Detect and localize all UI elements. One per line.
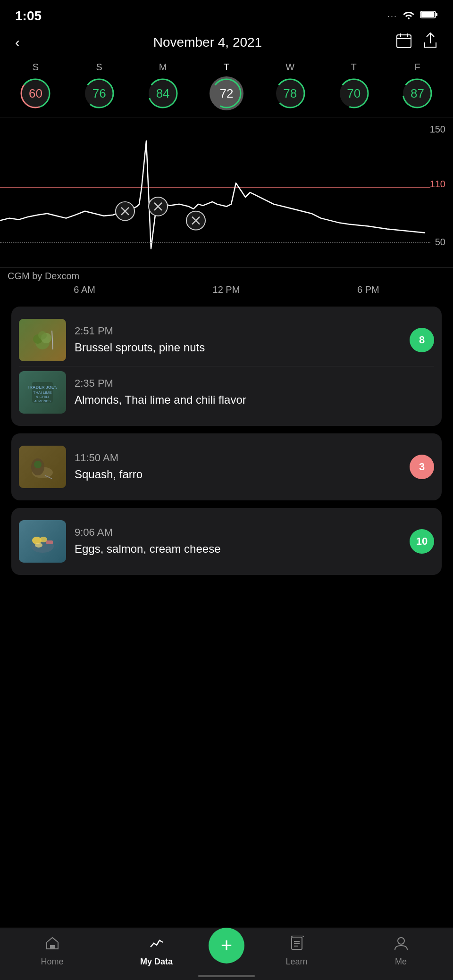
back-button[interactable]: ‹	[15, 34, 20, 50]
chart-time-6am: 6 AM	[74, 284, 95, 295]
meal-name-eggs: Eggs, salmon, cream cheese	[75, 541, 401, 556]
share-icon[interactable]	[423, 32, 438, 52]
meal-name-squash: Squash, farro	[75, 467, 401, 482]
meals-section: 2:51 PM Brussel sprouts, pine nuts 8 TRA…	[0, 297, 453, 584]
status-bar: 1:05 ···	[0, 0, 453, 27]
learn-icon	[289, 936, 304, 954]
header-title: November 4, 2021	[153, 35, 262, 50]
bottom-nav: Home My Data + Learn	[0, 928, 453, 980]
meal-score-eggs: 10	[410, 529, 434, 554]
svg-text:THAI LIME: THAI LIME	[33, 390, 51, 395]
svg-point-43	[34, 461, 42, 468]
nav-label-home: Home	[41, 957, 63, 967]
meal-score-brussel: 8	[410, 328, 434, 352]
day-item-tue-selected[interactable]: T 72	[210, 62, 243, 110]
nav-item-add[interactable]: +	[209, 939, 244, 963]
svg-point-49	[35, 543, 42, 548]
status-time: 1:05	[15, 8, 42, 24]
signal-dots-icon: ···	[387, 11, 397, 21]
home-icon	[45, 936, 60, 954]
chart-label-50: 50	[435, 237, 445, 248]
nav-item-me[interactable]: Me	[349, 936, 453, 967]
svg-rect-50	[50, 945, 55, 949]
chart-label-150: 150	[430, 124, 445, 135]
meal-card-1: 2:51 PM Brussel sprouts, pine nuts 8 TRA…	[11, 307, 442, 426]
me-icon	[394, 936, 409, 954]
wifi-icon	[402, 10, 415, 22]
mydata-icon	[149, 936, 164, 954]
day-item-sun1[interactable]: S 60	[18, 62, 52, 110]
meal-item-squash[interactable]: 11:50 AM Squash, farro 3	[19, 441, 434, 493]
svg-point-34	[38, 331, 47, 340]
svg-text:ALMONDS: ALMONDS	[34, 399, 51, 403]
chart-bottom-dotted-line	[0, 242, 430, 243]
meal-score-squash: 3	[410, 455, 434, 479]
chart-label-110: 110	[430, 179, 445, 190]
glucose-chart: 150 110 50	[0, 117, 453, 268]
header: ‹ November 4, 2021	[0, 27, 453, 59]
meal-image-eggs	[19, 520, 66, 563]
meal-info-squash: 11:50 AM Squash, farro	[75, 452, 401, 482]
day-item-wed[interactable]: W 78	[273, 62, 307, 110]
add-button[interactable]: +	[209, 928, 244, 963]
day-item-thu[interactable]: T 70	[337, 62, 371, 110]
meal-time-almonds: 2:35 PM	[75, 377, 434, 390]
nav-label-mydata: My Data	[140, 957, 173, 967]
meal-time-eggs: 9:06 AM	[75, 526, 401, 539]
svg-text:& CHILI: & CHILI	[36, 395, 49, 399]
meal-image-brussel	[19, 319, 66, 361]
nav-label-me: Me	[395, 957, 407, 967]
chart-time-6pm: 6 PM	[357, 284, 379, 295]
chart-times: 6 AM 12 PM 6 PM	[0, 282, 453, 297]
day-item-mon[interactable]: M 84	[146, 62, 180, 110]
meal-card-3: 9:06 AM Eggs, salmon, cream cheese 10	[11, 508, 442, 575]
svg-line-35	[52, 331, 53, 349]
home-indicator	[198, 975, 255, 977]
day-item-fri[interactable]: F 87	[400, 62, 434, 110]
calendar-icon[interactable]	[395, 32, 412, 52]
meal-time-brussel: 2:51 PM	[75, 325, 401, 337]
status-icons: ···	[387, 10, 438, 22]
meal-info-eggs: 9:06 AM Eggs, salmon, cream cheese	[75, 526, 401, 556]
meal-item-almonds[interactable]: TRADER JOE'S THAI LIME & CHILI ALMONDS 2…	[19, 366, 434, 418]
svg-rect-3	[397, 35, 411, 48]
meal-card-2: 11:50 AM Squash, farro 3	[11, 433, 442, 500]
svg-point-55	[398, 938, 404, 944]
week-strip: S 60 S 76 M 84 T 72 W 78 T	[0, 59, 453, 117]
meal-name-brussel: Brussel sprouts, pine nuts	[75, 340, 401, 355]
svg-text:TRADER JOE'S: TRADER JOE'S	[28, 385, 57, 390]
meal-image-almonds: TRADER JOE'S THAI LIME & CHILI ALMONDS	[19, 371, 66, 414]
nav-item-mydata[interactable]: My Data	[104, 936, 209, 967]
nav-label-learn: Learn	[285, 957, 307, 967]
nav-item-home[interactable]: Home	[0, 936, 104, 967]
meal-item-brussel[interactable]: 2:51 PM Brussel sprouts, pine nuts 8	[19, 314, 434, 366]
day-item-sun2[interactable]: S 76	[82, 62, 116, 110]
header-actions	[395, 32, 438, 52]
meal-info-brussel: 2:51 PM Brussel sprouts, pine nuts	[75, 325, 401, 355]
chart-time-12pm: 12 PM	[213, 284, 240, 295]
svg-rect-48	[46, 540, 53, 544]
chart-line-svg	[0, 117, 430, 267]
svg-point-47	[40, 537, 47, 542]
svg-rect-2	[421, 12, 435, 17]
cgm-label: CGM by Dexcom	[0, 268, 453, 282]
nav-item-learn[interactable]: Learn	[244, 936, 349, 967]
battery-icon	[420, 10, 438, 22]
meal-info-almonds: 2:35 PM Almonds, Thai lime and chili fla…	[75, 377, 434, 407]
svg-rect-1	[436, 13, 437, 16]
meal-time-squash: 11:50 AM	[75, 452, 401, 464]
meal-item-eggs[interactable]: 9:06 AM Eggs, salmon, cream cheese 10	[19, 515, 434, 567]
meal-image-squash	[19, 446, 66, 488]
meal-name-almonds: Almonds, Thai lime and chili flavor	[75, 392, 434, 407]
